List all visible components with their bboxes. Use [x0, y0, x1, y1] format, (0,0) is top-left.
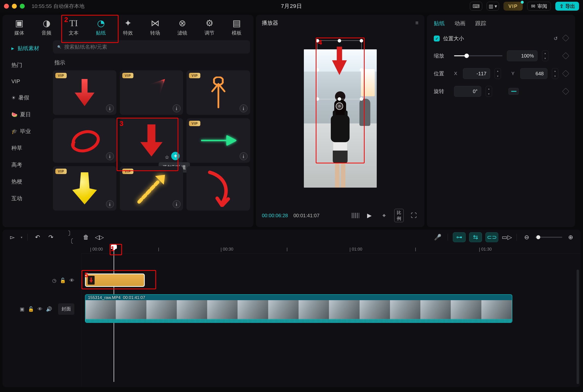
keyframe-icon[interactable] [562, 70, 569, 77]
vip-button[interactable]: VIP [503, 2, 523, 10]
tab-sticker[interactable]: ◔贴纸 [90, 18, 112, 36]
sticker-card[interactable]: VIP⭳ [53, 166, 116, 210]
rot-value[interactable]: 0° [454, 86, 481, 97]
sticker-card-selected[interactable]: ☆ + 添加到轨道 [120, 118, 183, 163]
mirror-tool[interactable]: ◁▷ [94, 232, 104, 242]
cat-grad[interactable]: 🎓毕业 [6, 123, 52, 140]
tab-media[interactable]: ▣媒体 [9, 18, 30, 36]
mic-button[interactable]: 🎤 [433, 232, 443, 242]
favorite-icon[interactable]: ☆ [165, 154, 169, 160]
window-maximize[interactable] [20, 4, 25, 9]
download-icon[interactable]: ⭳ [106, 104, 114, 112]
pos-y-spinner[interactable]: ▴▾ [552, 68, 558, 79]
zoom-slider[interactable] [535, 237, 562, 238]
cat-hot[interactable]: 热门 [6, 57, 52, 73]
zoom-in-icon[interactable]: ⊕ [566, 232, 575, 242]
keyframe-icon[interactable] [562, 52, 569, 59]
video-clip[interactable]: 155314_raw.MP4 00:01:41:07 [85, 294, 512, 323]
cat-summer2[interactable]: 🍉夏日 [6, 106, 52, 123]
rot-axis-chip[interactable] [508, 88, 519, 95]
tab-template[interactable]: ▤模板 [226, 18, 248, 36]
cat-meme[interactable]: 热梗 [6, 174, 52, 190]
sticker-card[interactable]: VIP⭳ [120, 166, 183, 210]
preview-sticker-arrow-icon[interactable] [332, 47, 347, 75]
download-icon[interactable]: ⭳ [240, 152, 248, 160]
scale-slider[interactable] [454, 55, 502, 56]
sticker-selection-box[interactable]: ⟳ [317, 40, 362, 99]
export-button[interactable]: ⇪导出 [555, 2, 579, 10]
window-minimize[interactable] [12, 4, 17, 9]
sticker-card[interactable]: VIP⭳ [120, 70, 183, 115]
ratio-button[interactable]: 比例 [394, 209, 404, 222]
redo-button[interactable]: ↷ [46, 232, 56, 242]
link-button[interactable]: ⇆ [469, 232, 482, 242]
lock-icon[interactable]: 🔓 [60, 278, 66, 284]
sticker-search[interactable]: 🔍 [53, 40, 250, 54]
sticker-card[interactable]: VIP⭳ [187, 70, 250, 115]
clock-icon[interactable]: ◷ [52, 278, 56, 284]
tab-audio[interactable]: ◑音频 [36, 18, 57, 36]
zoom-out-icon[interactable]: ⊖ [522, 232, 532, 242]
cat-seed[interactable]: 种草 [6, 140, 52, 156]
cover-icon[interactable]: ▣ [20, 306, 25, 312]
eye-icon[interactable]: 👁 [38, 306, 43, 312]
inspector-tab-anim[interactable]: 动画 [454, 20, 465, 27]
reset-icon[interactable]: ↺ [553, 36, 558, 42]
inspector-tab-sticker[interactable]: 贴纸 [434, 20, 445, 27]
vertical-scrollbar[interactable] [576, 270, 579, 384]
keyframe-icon[interactable] [562, 88, 569, 95]
player-menu-icon[interactable]: ≡ [415, 20, 418, 26]
preview-toggle[interactable]: ▭▷ [502, 232, 512, 242]
section-toggle-checkbox[interactable]: ✓ [434, 36, 440, 42]
download-icon[interactable]: ⭳ [106, 200, 114, 208]
tab-transition[interactable]: ⋈转场 [144, 18, 166, 36]
inspector-tab-track[interactable]: 跟踪 [475, 20, 486, 27]
resize-handle[interactable] [360, 97, 363, 101]
download-icon[interactable]: ⭳ [173, 200, 181, 208]
level-meter-icon[interactable] [352, 213, 359, 218]
search-input[interactable] [64, 44, 246, 50]
keyboard-icon-button[interactable]: ⌨ [470, 2, 482, 10]
scale-spinner[interactable]: ▴▾ [542, 50, 548, 61]
focus-icon[interactable]: ⌖ [379, 212, 389, 219]
download-icon[interactable]: ⭳ [106, 152, 114, 160]
sticker-card[interactable]: ⭳ [53, 118, 116, 163]
cat-vip[interactable]: VIP [6, 74, 52, 89]
resize-handle[interactable] [338, 97, 341, 101]
sticker-clip[interactable] [85, 274, 145, 287]
resize-handle[interactable] [338, 39, 341, 42]
cat-interact[interactable]: 互动 [6, 190, 52, 206]
magnet-button[interactable]: ⊶ [453, 232, 466, 242]
rotate-handle[interactable]: ⟳ [336, 102, 343, 110]
play-button-icon[interactable]: ▶ [365, 212, 374, 219]
cat-material[interactable]: 贴纸素材 [6, 40, 52, 56]
eye-icon[interactable]: 👁 [70, 278, 74, 284]
pos-x-spinner[interactable]: ▴▾ [494, 68, 501, 79]
video-preview-area[interactable]: ⟳ 4 [256, 31, 424, 206]
pos-x-value[interactable]: -117 [463, 68, 490, 79]
cover-button[interactable]: 封面 [58, 304, 74, 315]
keyframe-icon[interactable] [562, 34, 569, 42]
delete-tool[interactable]: 🗑 [81, 232, 91, 242]
layout-icon-button[interactable]: ▥ ▾ [487, 2, 499, 10]
tab-adjust[interactable]: ⚙调节 [199, 18, 220, 36]
fullscreen-icon[interactable]: ⛶ [409, 212, 418, 219]
tab-filter[interactable]: ⊗滤镜 [171, 18, 193, 36]
speaker-icon[interactable]: 🔊 [46, 306, 52, 312]
add-to-track-button[interactable]: + [171, 152, 180, 160]
resize-handle[interactable] [316, 68, 319, 72]
snap-button[interactable]: ⊂⊃ [485, 232, 498, 242]
download-icon[interactable]: ⭳ [240, 104, 248, 112]
tab-effect[interactable]: ✦特效 [117, 18, 139, 36]
select-tool[interactable]: ▻ [8, 232, 17, 242]
lock-icon[interactable]: 🔓 [28, 306, 34, 312]
review-button[interactable]: ✉审阅 [527, 2, 551, 10]
cat-exam[interactable]: 高考 [6, 157, 52, 173]
resize-handle[interactable] [316, 97, 319, 101]
track-lanes[interactable]: 5 155314_raw.MP4 00:01:41:07 [82, 254, 580, 387]
sticker-card[interactable]: VIP⭳ [187, 118, 250, 163]
split-tool[interactable]: 〕〔 [68, 232, 78, 242]
sticker-card[interactable]: VIP⭳ [53, 70, 116, 115]
timeline-ruler[interactable]: ❘ 00:00 | ❘ 00:30 | ❘ 01:00 | ❘ 01:30 1 [82, 245, 580, 254]
download-icon[interactable]: ⭳ [173, 104, 181, 112]
